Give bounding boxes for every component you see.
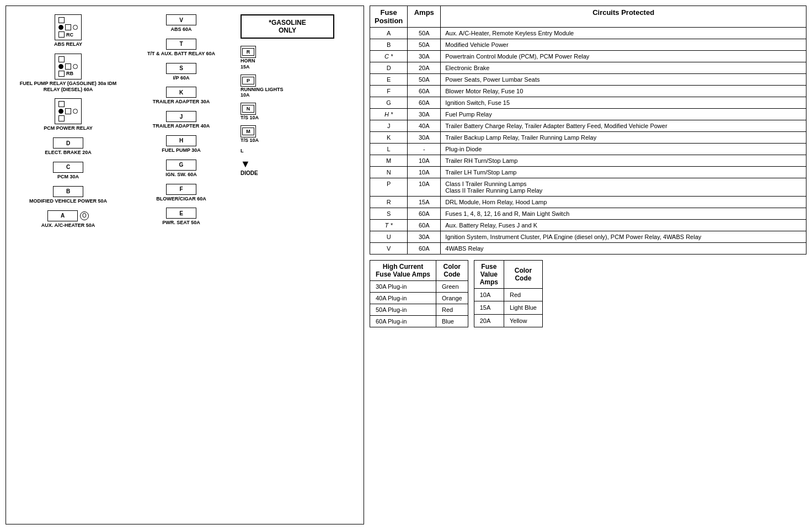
bottom-tables: High CurrentFuse Value Amps ColorCode 30… xyxy=(370,260,806,327)
hc-amps-cell: 60A Plug-in xyxy=(370,316,436,327)
table-row: J 40A Trailer Battery Charge Relay, Trai… xyxy=(370,120,806,132)
fuse-table: Fuse Position Amps Circuits Protected A … xyxy=(370,6,806,255)
hc-amps-cell: 50A Plug-in xyxy=(370,304,436,316)
relay-square-3 xyxy=(58,31,65,38)
ign-sw-component: G IGN. SW. 60A xyxy=(127,160,235,178)
list-item: 15A Light Blue xyxy=(474,301,542,314)
fuse-circuits-cell: Powertrain Control Module (PCM), PCM Pow… xyxy=(441,51,806,62)
fuse-position-cell: S xyxy=(370,208,408,220)
header-fuse: Fuse xyxy=(375,8,403,17)
fuse-position-cell: B xyxy=(370,39,408,51)
header-amps: Amps xyxy=(408,6,441,28)
list-item: 20A Yellow xyxy=(474,314,542,327)
fuse-circuits-cell: Modified Vehicle Power xyxy=(441,39,806,51)
table-row: L - Plug-in Diode xyxy=(370,144,806,155)
fuse-circuits-cell: Power Seats, Power Lumbar Seats xyxy=(441,74,806,86)
trailer-adapter-30a-fuse: K xyxy=(166,87,196,98)
fuse-amps-cell: 30A xyxy=(408,132,441,144)
fuse-position-cell: L xyxy=(370,144,408,155)
fuse-amps-cell: 10A xyxy=(408,167,441,178)
table-row: D 20A Electronic Brake xyxy=(370,62,806,74)
trailer-adapter-30a-component: K TRAILER ADAPTER 30A xyxy=(127,87,235,105)
fp-sq3 xyxy=(58,71,65,77)
relay-circle-empty-1 xyxy=(73,25,78,30)
fuse-amps-cell: 40A xyxy=(408,120,441,132)
tt-batt-label: T/T & AUX. BATT RELAY 60A xyxy=(147,51,215,57)
fuse-circuits-cell: Plug-in Diode xyxy=(441,144,806,155)
pcm-sq3 xyxy=(58,115,65,121)
trailer-adapter-40a-fuse: J xyxy=(166,111,196,122)
abs-60a-label: ABS 60A xyxy=(170,26,191,33)
pcm-power-relay-label: PCM POWER RELAY xyxy=(44,125,93,131)
main-container: RC ABS RELAY xyxy=(0,0,812,530)
table-row: G 60A Ignition Switch, Fuse 15 xyxy=(370,97,806,109)
table-row: M 10A Trailer RH Turn/Stop Lamp xyxy=(370,155,806,167)
abs-relay-component: RC ABS RELAY xyxy=(14,14,122,47)
table-row: F 60A Blower Motor Relay, Fuse 10 xyxy=(370,86,806,97)
ts-pin-n: N xyxy=(242,105,254,113)
abs-60a-component: V ABS 60A xyxy=(127,14,235,33)
header-position-text: Position xyxy=(375,17,403,25)
gasoline-label: *GASOLINE ONLY xyxy=(241,14,334,39)
fuse-position-cell: D xyxy=(370,62,408,74)
fv-header-color: ColorCode xyxy=(504,261,542,289)
table-row: B 50A Modified Vehicle Power xyxy=(370,39,806,51)
list-item: 10A Red xyxy=(474,289,542,301)
running-lights-connector-box: P xyxy=(241,75,256,87)
fuse-amps-cell: 60A xyxy=(408,86,441,97)
fuse-amps-cell: 60A xyxy=(408,208,441,220)
ts-m-connector-box: M xyxy=(241,125,256,137)
hc-amps-cell: 30A Plug-in xyxy=(370,281,436,293)
fuse-position-cell: U xyxy=(370,231,408,243)
fuse-position-cell: J xyxy=(370,120,408,132)
pcm-sq2 xyxy=(65,108,71,114)
abs-relay-graphic: RC xyxy=(55,14,82,40)
fuse-circuits-cell: DRL Module, Horn Relay, Hood Lamp xyxy=(441,197,806,208)
table-row: H * 30A Fuel Pump Relay xyxy=(370,109,806,120)
fuse-circuits-cell: Fuel Pump Relay xyxy=(441,109,806,120)
pwr-seat-component: E PWR. SEAT 50A xyxy=(127,208,235,226)
tt-batt-fuse: T xyxy=(166,39,196,50)
horn-pin-r: R xyxy=(242,48,254,56)
pcm-30a-component: C PCM 30A xyxy=(14,162,122,180)
fuse-position-cell: A xyxy=(370,28,408,39)
l-connector-label: L xyxy=(241,148,244,154)
gasoline-text-2: ONLY xyxy=(247,26,328,34)
ip-60a-component: S I/P 60A xyxy=(127,63,235,81)
pcm-relay-graphic xyxy=(55,98,82,124)
fuse-amps-cell: 30A xyxy=(408,231,441,243)
ip-60a-fuse: S xyxy=(166,63,196,74)
diagram-main: RC ABS RELAY xyxy=(12,12,365,508)
fuse-amps-cell: 10A xyxy=(408,178,441,197)
fuse-circuits-cell: Trailer Backup Lamp Relay, Trailer Runni… xyxy=(441,132,806,144)
table-row: E 50A Power Seats, Power Lumbar Seats xyxy=(370,74,806,86)
fuse-position-cell: V xyxy=(370,243,408,255)
header-circuits: Circuits Protected xyxy=(441,6,806,28)
fv-color-cell: Yellow xyxy=(504,314,542,327)
ts-pin-m: M xyxy=(242,128,254,135)
ts-10a-m-label: T/S 10A xyxy=(241,137,259,144)
high-current-table: High CurrentFuse Value Amps ColorCode 30… xyxy=(370,260,468,327)
hc-color-cell: Orange xyxy=(436,293,468,304)
hc-color-cell: Blue xyxy=(436,316,468,327)
pcm-30a-label: PCM 30A xyxy=(57,174,79,180)
l-connector-item: L xyxy=(241,148,334,154)
fuse-position-cell: E xyxy=(370,74,408,86)
blower-cigar-component: F BLOWER/CIGAR 60A xyxy=(127,184,235,202)
ts-10a-n-connector-item: N T/S 10A xyxy=(241,103,334,121)
mod-vehicle-fuse: B xyxy=(53,186,83,197)
hc-amps-cell: 40A Plug-in xyxy=(370,293,436,304)
header-position: Fuse Position xyxy=(370,6,408,28)
fuse-amps-cell: 30A xyxy=(408,109,441,120)
blower-cigar-fuse: F xyxy=(166,184,196,195)
fp-fc1 xyxy=(58,64,63,69)
fuse-amps-cell: 50A xyxy=(408,28,441,39)
fuse-position-cell: R xyxy=(370,197,408,208)
hc-header-color: ColorCode xyxy=(436,261,468,281)
list-item: 40A Plug-in Orange xyxy=(370,293,468,304)
fuse-value-table: FuseValueAmps ColorCode 10A Red 15A Ligh… xyxy=(474,260,543,327)
rb-label: RB xyxy=(66,71,73,76)
relay-square-2 xyxy=(65,24,71,30)
pcm-power-relay-component: PCM POWER RELAY xyxy=(14,98,122,131)
fuse-circuits-cell: Trailer Battery Charge Relay, Trailer Ad… xyxy=(441,120,806,132)
